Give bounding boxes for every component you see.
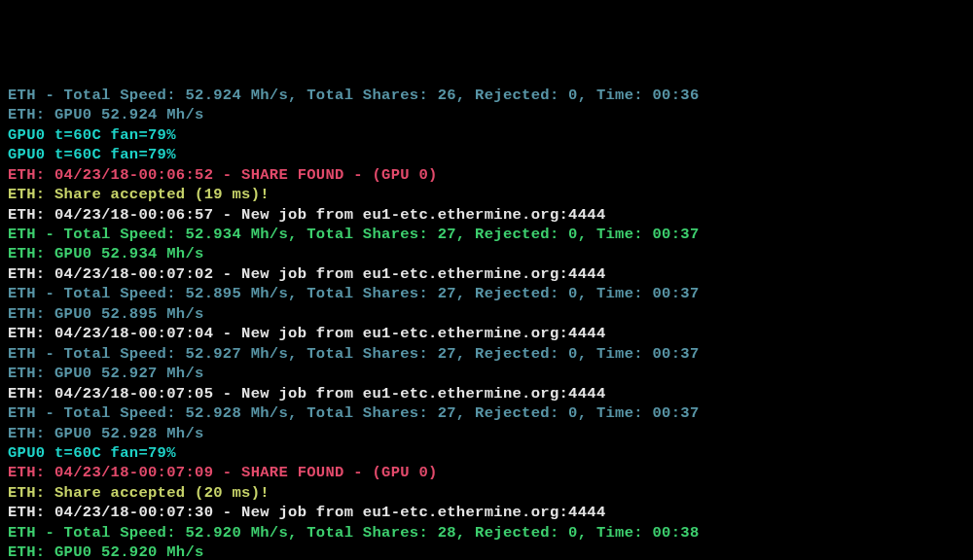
log-line: GPU0 t=60C fan=79% <box>8 145 965 164</box>
log-line: ETH - Total Speed: 52.895 Mh/s, Total Sh… <box>8 284 965 303</box>
log-line: ETH: 04/23/18-00:06:57 - New job from eu… <box>8 205 965 225</box>
log-line: GPU0 t=60C fan=79% <box>8 443 965 463</box>
log-line: ETH: 04/23/18-00:06:52 - SHARE FOUND - (… <box>8 165 965 185</box>
log-line: ETH: GPU0 52.920 Mh/s <box>8 542 965 560</box>
log-line: ETH - Total Speed: 52.934 Mh/s, Total Sh… <box>8 225 965 244</box>
log-line: ETH - Total Speed: 52.927 Mh/s, Total Sh… <box>8 344 965 364</box>
log-line: ETH: 04/23/18-00:07:02 - New job from eu… <box>8 264 965 284</box>
log-line: GPU0 t=60C fan=79% <box>8 125 965 145</box>
log-line: ETH: 04/23/18-00:07:04 - New job from eu… <box>8 324 965 343</box>
log-line: ETH: GPU0 52.927 Mh/s <box>8 364 965 383</box>
log-line: ETH: GPU0 52.928 Mh/s <box>8 424 965 443</box>
terminal-output: ETH - Total Speed: 52.924 Mh/s, Total Sh… <box>8 86 965 560</box>
log-line: ETH: GPU0 52.924 Mh/s <box>8 105 965 124</box>
log-line: ETH: 04/23/18-00:07:30 - New job from eu… <box>8 503 965 522</box>
log-line: ETH: GPU0 52.934 Mh/s <box>8 244 965 263</box>
log-line: ETH - Total Speed: 52.920 Mh/s, Total Sh… <box>8 523 965 542</box>
log-line: ETH: GPU0 52.895 Mh/s <box>8 304 965 324</box>
log-line: ETH - Total Speed: 52.928 Mh/s, Total Sh… <box>8 403 965 423</box>
log-line: ETH: Share accepted (19 ms)! <box>8 185 965 204</box>
log-line: ETH: 04/23/18-00:07:05 - New job from eu… <box>8 384 965 403</box>
log-line: ETH - Total Speed: 52.924 Mh/s, Total Sh… <box>8 86 965 105</box>
log-line: ETH: 04/23/18-00:07:09 - SHARE FOUND - (… <box>8 463 965 482</box>
log-line: ETH: Share accepted (20 ms)! <box>8 483 965 503</box>
